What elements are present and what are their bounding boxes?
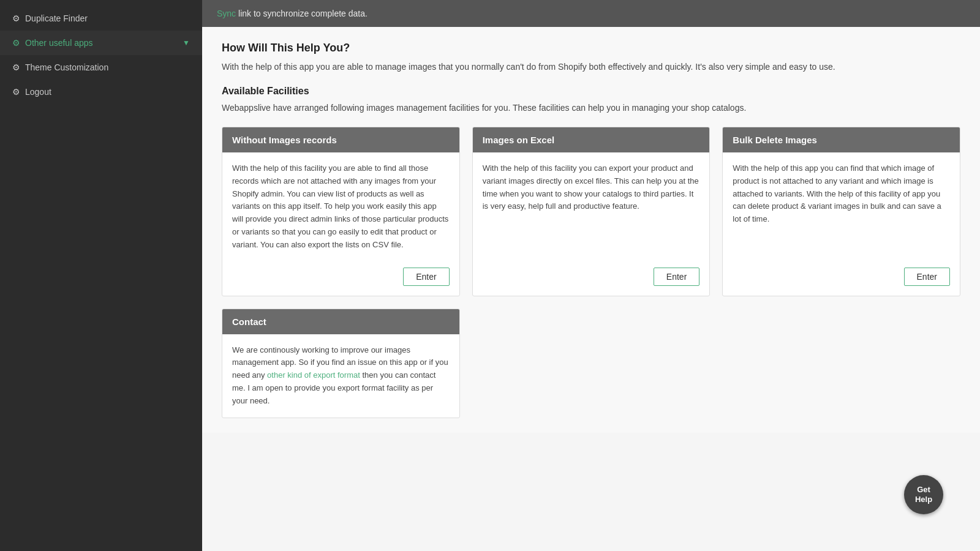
duplicate-finder-icon: ⚙ <box>12 13 20 23</box>
chevron-down-icon: ▼ <box>183 39 190 47</box>
facility-card-bulk-delete: Bulk Delete Images With the help of this… <box>722 127 960 296</box>
sidebar-item-label: Logout <box>25 87 51 97</box>
facility-card-bulk-delete-footer: Enter <box>723 261 960 296</box>
facility-card-images-on-excel-body: With the help of this facility you can e… <box>473 152 710 261</box>
sidebar-item-duplicate-finder[interactable]: ⚙ Duplicate Finder <box>0 6 202 31</box>
sync-link[interactable]: Sync <box>217 9 236 18</box>
how-will-help-text: With the help of this app you are able t… <box>222 61 960 73</box>
how-will-help-title: How Will This Help You? <box>222 42 960 54</box>
facility-card-bulk-delete-body: With the help of this app you can find t… <box>723 152 960 261</box>
contact-card: Contact We are continously working to im… <box>222 309 460 418</box>
notification-text: link to synchronize complete data. <box>236 9 368 18</box>
sidebar-item-label: Theme Customization <box>25 62 108 72</box>
contact-row: Contact We are continously working to im… <box>222 309 960 418</box>
contact-card-body: We are continously working to improve ou… <box>222 334 459 418</box>
facility-card-without-images-header: Without Images records <box>222 127 459 152</box>
content-body: How Will This Help You? With the help of… <box>202 27 980 433</box>
facility-card-without-images-footer: Enter <box>222 261 459 296</box>
facility-card-without-images-body: With the help of this facility you are a… <box>222 152 459 261</box>
facilities-grid: Without Images records With the help of … <box>222 127 960 296</box>
sidebar-item-label: Duplicate Finder <box>25 13 88 23</box>
available-facilities-title: Available Facilities <box>222 86 960 97</box>
other-useful-apps-icon: ⚙ <box>12 38 20 48</box>
facility-card-images-on-excel: Images on Excel With the help of this fa… <box>472 127 710 296</box>
sidebar-item-label: Other useful apps <box>25 38 93 48</box>
enter-button-images-on-excel[interactable]: Enter <box>654 268 699 286</box>
facility-card-without-images: Without Images records With the help of … <box>222 127 460 296</box>
enter-button-without-images[interactable]: Enter <box>403 268 449 286</box>
sidebar-item-logout[interactable]: ⚙ Logout <box>0 80 202 104</box>
logout-icon: ⚙ <box>12 87 20 97</box>
facility-card-images-on-excel-header: Images on Excel <box>473 127 710 152</box>
facility-card-bulk-delete-header: Bulk Delete Images <box>723 127 960 152</box>
sidebar-item-other-useful-apps[interactable]: ⚙ Other useful apps ▼ <box>0 31 202 55</box>
available-facilities-text: Webappslive have arranged following imag… <box>222 102 960 114</box>
theme-customization-icon: ⚙ <box>12 62 20 72</box>
notification-bar: Sync link to synchronize complete data. <box>202 0 980 27</box>
sidebar: ⚙ Duplicate Finder ⚙ Other useful apps ▼… <box>0 0 202 551</box>
facility-card-images-on-excel-footer: Enter <box>473 261 710 296</box>
contact-link[interactable]: other kind of export format <box>267 370 360 380</box>
enter-button-bulk-delete[interactable]: Enter <box>904 268 950 286</box>
main-content: Sync link to synchronize complete data. … <box>202 0 980 551</box>
contact-card-header: Contact <box>222 309 459 334</box>
sidebar-item-theme-customization[interactable]: ⚙ Theme Customization <box>0 55 202 80</box>
get-help-button[interactable]: GetHelp <box>904 475 943 514</box>
